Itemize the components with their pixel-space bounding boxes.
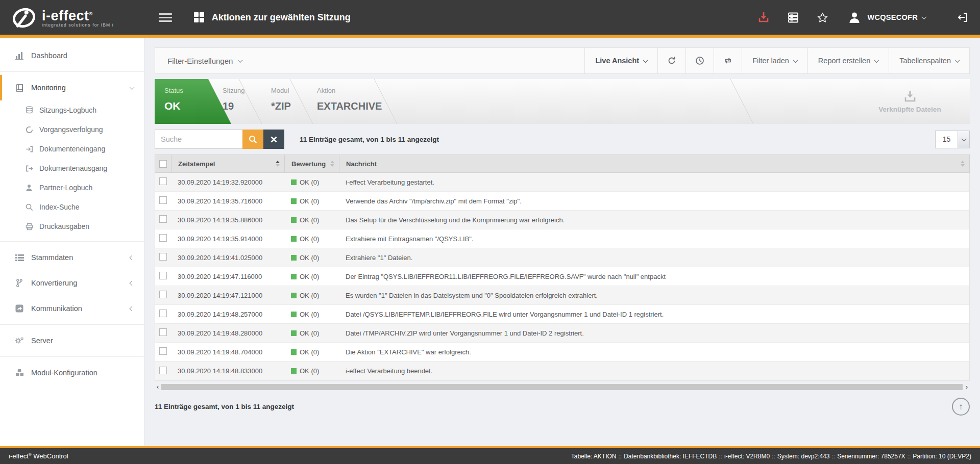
menu-toggle-icon[interactable] <box>159 13 172 22</box>
sidebar-item-vorgangsverfolgung[interactable]: Vorgangsverfolgung <box>0 120 144 139</box>
row-checkbox[interactable] <box>159 291 167 298</box>
sidebar-item-dokumentenausgang[interactable]: Dokumentenausgang <box>0 159 144 178</box>
footer-brand: i-effect® WebControl <box>9 452 68 460</box>
table-row: 30.09.2020 14:19:47.121000 OK (0) Es wur… <box>155 286 969 305</box>
linked-files-button[interactable]: Verknüpfte Dateien <box>850 79 970 124</box>
user-avatar-icon <box>848 11 861 24</box>
sidebar-item-sitzungs-logbuch[interactable]: Sitzungs-Logbuch <box>0 100 144 120</box>
row-timestamp: 30.09.2020 14:19:48.280000 <box>171 329 284 337</box>
row-checkbox[interactable] <box>159 234 167 242</box>
table-columns-dropdown[interactable]: Tabellenspalten <box>889 48 969 73</box>
sidebar-item-label: Dokumentenausgang <box>39 164 107 172</box>
sidebar-item-modul-konfiguration[interactable]: Modul-Konfiguration <box>0 360 144 385</box>
sidebar-item-druckausgaben[interactable]: Druckausgaben <box>0 217 144 236</box>
row-rating-text: OK (0) <box>300 311 319 318</box>
app-logo[interactable]: i-effect® integrated solutions for IBM i <box>11 6 114 29</box>
column-label: Bewertung <box>291 160 326 168</box>
status-label: Status <box>164 87 231 94</box>
gears-icon <box>14 337 24 345</box>
footer-status-item: i-effect: V2R8M0 <box>724 453 770 460</box>
row-checkbox[interactable] <box>159 196 167 204</box>
row-rating: OK (0) <box>284 197 339 205</box>
row-checkbox[interactable] <box>159 272 167 279</box>
refresh-button[interactable] <box>657 48 685 73</box>
logout-icon[interactable] <box>957 11 969 23</box>
sign-in-icon <box>24 145 34 153</box>
row-checkbox[interactable] <box>159 253 167 261</box>
column-header-zeitstempel[interactable]: Zeitstempel <box>171 155 284 172</box>
row-message: Es wurden "1" Dateien in das Dateisystem… <box>339 292 969 299</box>
scroll-to-top-button[interactable]: ↑ <box>952 398 970 416</box>
report-create-dropdown[interactable]: Report erstellen <box>807 48 889 73</box>
status-ok-icon <box>291 349 297 355</box>
sidebar-item-partner-logbuch[interactable]: Partner-Logbuch <box>0 178 144 197</box>
search-button[interactable] <box>242 130 263 149</box>
session-label: Sitzung <box>223 87 244 94</box>
user-icon <box>24 184 34 192</box>
select-all-checkbox[interactable] <box>159 160 167 168</box>
sidebar-item-stammdaten[interactable]: Stammdaten <box>0 245 144 270</box>
sidebar-item-label: Dokumenteneingang <box>39 145 105 153</box>
status-ok-icon <box>291 198 297 204</box>
row-checkbox[interactable] <box>159 347 167 355</box>
sidebar-item-label: Sitzungs-Logbuch <box>39 106 96 114</box>
sign-out-icon <box>24 165 34 172</box>
row-rating-text: OK (0) <box>300 273 319 280</box>
downloads-icon[interactable] <box>757 11 770 23</box>
sidebar-item-label: Kommunikation <box>31 304 82 313</box>
row-checkbox-cell <box>155 215 171 224</box>
user-menu[interactable]: WCQSECOFR <box>848 11 926 24</box>
row-rating-text: OK (0) <box>300 367 319 375</box>
row-timestamp: 30.09.2020 14:19:48.833000 <box>171 367 284 375</box>
clear-search-button[interactable] <box>263 130 284 149</box>
sidebar-item-label: Stammdaten <box>31 253 73 262</box>
row-timestamp: 30.09.2020 14:19:35.716000 <box>171 197 284 205</box>
status-ok-icon <box>291 274 297 279</box>
scroll-left-arrow[interactable]: ‹ <box>155 383 161 391</box>
table-columns-label: Tabellenspalten <box>899 57 951 65</box>
repeat-icon <box>723 56 732 65</box>
table-row: 30.09.2020 14:19:35.914000 OK (0) Extrah… <box>155 229 969 248</box>
search-input[interactable] <box>155 130 242 149</box>
live-view-dropdown[interactable]: Live Ansicht <box>584 48 657 73</box>
sidebar-item-kommunikation[interactable]: Kommunikation <box>0 296 144 321</box>
row-timestamp: 30.09.2020 14:19:47.116000 <box>171 273 284 280</box>
scroll-right-arrow[interactable]: › <box>964 383 970 391</box>
row-checkbox[interactable] <box>159 310 167 317</box>
sidebar-item-index-suche[interactable]: Index-Suche <box>0 197 144 217</box>
brand-name: i-effect® <box>42 8 93 23</box>
chevron-down-icon <box>130 85 135 90</box>
filter-load-dropdown[interactable]: Filter laden <box>742 48 807 73</box>
row-checkbox[interactable] <box>159 177 167 185</box>
sidebar-item-dokumenteneingang[interactable]: Dokumenteneingang <box>0 139 144 159</box>
row-checkbox[interactable] <box>159 367 167 374</box>
column-header-nachricht[interactable]: Nachricht <box>339 155 969 172</box>
sidebar-item-label: Druckausgaben <box>39 222 89 230</box>
sidebar-divider <box>0 356 144 357</box>
search-icon <box>24 203 34 211</box>
sidebar-item-server[interactable]: Server <box>0 328 144 353</box>
row-checkbox[interactable] <box>159 215 167 223</box>
sidebar-item-dashboard[interactable]: Dashboard <box>0 43 144 68</box>
favorites-star-icon[interactable] <box>817 12 828 23</box>
server-status-icon[interactable] <box>787 11 799 23</box>
footer-separator: :: <box>905 453 913 460</box>
log-table-body: 30.09.2020 14:19:32.920000 OK (0) i-effe… <box>155 173 970 381</box>
row-checkbox[interactable] <box>159 328 167 336</box>
row-checkbox-cell <box>155 367 171 376</box>
column-header-bewertung[interactable]: Bewertung <box>284 155 339 172</box>
sidebar-item-label: Konvertierung <box>31 279 77 287</box>
auto-reload-button[interactable] <box>714 48 742 73</box>
refresh-icon <box>667 56 676 65</box>
filter-settings-dropdown[interactable]: Filter-Einstellungen <box>155 48 254 73</box>
scrollbar-thumb[interactable] <box>161 384 963 390</box>
sidebar-item-monitoring[interactable]: Monitoring <box>0 75 144 100</box>
sidebar-item-konvertierung[interactable]: Konvertierung <box>0 270 144 296</box>
app-footer: i-effect® WebControl Tabelle: AKTION::Da… <box>0 446 980 464</box>
row-message: i-effect Verarbeitung gestartet. <box>339 178 969 186</box>
page-size-select[interactable]: 15 <box>935 131 970 148</box>
code-branch-icon <box>14 279 24 287</box>
history-button[interactable] <box>685 48 714 73</box>
row-timestamp: 30.09.2020 14:19:32.920000 <box>171 178 284 186</box>
table-row: 30.09.2020 14:19:48.833000 OK (0) i-effe… <box>155 362 969 380</box>
